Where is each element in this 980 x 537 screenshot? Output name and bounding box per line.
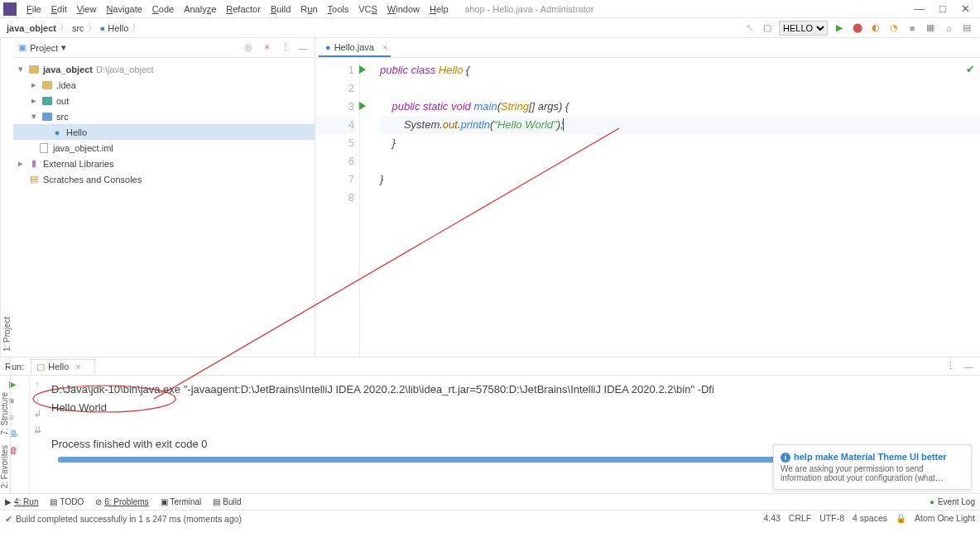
window-title: shop - Hello.java - Administrator bbox=[465, 4, 594, 14]
bt-run[interactable]: ▶ 4: Run bbox=[5, 497, 38, 506]
close-button[interactable]: ✕ bbox=[961, 2, 970, 15]
tree-external[interactable]: External Libraries bbox=[43, 159, 114, 169]
vcs-icon[interactable]: ▦ bbox=[924, 22, 937, 35]
main-area: 1: Project ▣ Project ▾ ◎ ✶ ⋮ — ▾java_obj… bbox=[0, 38, 980, 357]
run-line-icon[interactable] bbox=[359, 65, 366, 74]
app-logo bbox=[3, 2, 17, 16]
menu-analyze[interactable]: Analyze bbox=[179, 2, 221, 16]
project-title[interactable]: Project bbox=[30, 43, 58, 53]
tree-root[interactable]: java_object bbox=[43, 65, 93, 74]
status-crlf[interactable]: CRLF bbox=[789, 513, 811, 524]
coverage-button[interactable]: ◐ bbox=[869, 22, 882, 35]
tree-hello[interactable]: Hello bbox=[66, 127, 87, 137]
menu-tools[interactable]: Tools bbox=[323, 2, 354, 16]
expand-icon[interactable]: ✶ bbox=[260, 41, 273, 55]
bottom-tabs: ▶ 4: Run ▤ TODO ⊘ 6: Problems ▣ Terminal… bbox=[0, 493, 980, 510]
run-button[interactable]: ▶ bbox=[833, 22, 846, 35]
run-config-select[interactable]: HELLO bbox=[779, 21, 828, 36]
hide-icon[interactable]: — bbox=[296, 41, 310, 55]
run-tab[interactable]: ▢ Hello × bbox=[31, 359, 95, 374]
maximize-button[interactable]: □ bbox=[939, 2, 946, 15]
status-theme[interactable]: Atom One Light bbox=[915, 513, 975, 524]
status-message: Build completed successfully in 1 s 247 … bbox=[16, 514, 242, 524]
info-icon: i bbox=[781, 453, 790, 463]
close-tab-icon[interactable]: × bbox=[382, 43, 387, 52]
up-icon[interactable]: ↑ bbox=[35, 379, 40, 389]
settings-icon[interactable]: ▤ bbox=[960, 22, 973, 35]
tree-out[interactable]: out bbox=[56, 96, 69, 106]
rail-structure[interactable]: 7: Structure bbox=[0, 387, 10, 440]
project-panel: ▣ Project ▾ ◎ ✶ ⋮ — ▾java_objectD:\java_… bbox=[13, 38, 315, 357]
tree-idea[interactable]: .idea bbox=[56, 80, 76, 90]
editor-tab-hello[interactable]: ●Hello.java× bbox=[319, 39, 391, 57]
rail-favorites[interactable]: 2: Favorites bbox=[0, 440, 10, 493]
search-icon[interactable]: ⌕ bbox=[942, 22, 955, 35]
menu-navigate[interactable]: Navigate bbox=[101, 2, 147, 16]
back-icon[interactable]: ↖ bbox=[742, 22, 756, 35]
hide-icon[interactable]: — bbox=[962, 360, 975, 373]
menubar: File Edit View Navigate Code Analyze Ref… bbox=[0, 0, 980, 18]
menu-build[interactable]: Build bbox=[266, 2, 295, 16]
inspection-ok-icon: ✔ bbox=[966, 63, 975, 75]
status-enc[interactable]: UTF-8 bbox=[819, 513, 844, 524]
stop-button[interactable]: ■ bbox=[906, 22, 919, 35]
output-command: D:\Java\jdk-10\bin\java.exe "-javaagent:… bbox=[51, 381, 973, 399]
target-icon[interactable]: ◎ bbox=[242, 41, 255, 55]
minimize-button[interactable]: — bbox=[914, 2, 925, 15]
menu-run[interactable]: Run bbox=[295, 2, 322, 16]
notification[interactable]: ihelp make Material Theme UI better We a… bbox=[773, 444, 972, 490]
gutter[interactable]: 1 2 3 4 5 6 7 8 bbox=[315, 58, 360, 357]
left-rail: 7: Structure 2: Favorites bbox=[0, 357, 11, 493]
editor: ●Hello.java× ✔ 1 2 3 4 5 6 7 8 public cl… bbox=[315, 38, 980, 357]
crumb-file[interactable]: Hello bbox=[108, 23, 128, 33]
crumb-project[interactable]: java_object bbox=[7, 23, 56, 33]
scroll-icon[interactable]: ⇊ bbox=[34, 424, 41, 435]
menu-view[interactable]: View bbox=[72, 2, 102, 16]
tree-iml[interactable]: java_object.iml bbox=[53, 143, 113, 153]
output-hello: Hello World bbox=[51, 399, 973, 417]
wrap-icon[interactable]: ↲ bbox=[34, 409, 41, 420]
status-indent[interactable]: 4 spaces bbox=[853, 513, 887, 524]
bt-todo[interactable]: ▤ TODO bbox=[50, 497, 84, 506]
bt-terminal[interactable]: ▣ Terminal bbox=[161, 497, 202, 506]
box-icon[interactable]: ▢ bbox=[761, 22, 774, 35]
run-panel: Run: ▢ Hello × ⋮ — ▶ ■ ≡ 🖶 🗑 ↑ ↓ ↲ ⇊ D:\… bbox=[0, 357, 980, 493]
more-icon[interactable]: ⋮ bbox=[278, 41, 291, 55]
bt-problems[interactable]: ⊘ 6: Problems bbox=[95, 497, 148, 506]
tree-scratch[interactable]: Scratches and Consoles bbox=[43, 175, 142, 185]
statusbar: ✔ Build completed successfully in 1 s 24… bbox=[0, 510, 980, 526]
menu-code[interactable]: Code bbox=[147, 2, 179, 16]
bt-eventlog[interactable]: ● Event Log bbox=[930, 497, 975, 506]
profile-button[interactable]: ◔ bbox=[887, 22, 901, 35]
menu-refactor[interactable]: Refactor bbox=[221, 2, 266, 16]
menu-vcs[interactable]: VCS bbox=[353, 2, 382, 16]
down-icon[interactable]: ↓ bbox=[35, 394, 40, 404]
status-pos[interactable]: 4:43 bbox=[763, 513, 780, 524]
bt-build[interactable]: ▤ Build bbox=[213, 497, 241, 506]
menu-edit[interactable]: Edit bbox=[46, 2, 72, 16]
more-icon[interactable]: ⋮ bbox=[944, 360, 957, 373]
sidebar-tab-project[interactable]: 1: Project bbox=[0, 38, 13, 357]
lock-icon[interactable]: 🔒 bbox=[896, 513, 906, 524]
project-tree[interactable]: ▾java_objectD:\java_object ▸.idea ▸out ▾… bbox=[13, 58, 315, 357]
run-output[interactable]: D:\Java\jdk-10\bin\java.exe "-javaagent:… bbox=[45, 376, 980, 493]
menu-help[interactable]: Help bbox=[425, 2, 454, 16]
run-line-icon[interactable] bbox=[359, 102, 366, 110]
code-content[interactable]: public class Hello { public static void … bbox=[360, 58, 980, 357]
breadcrumb-bar: java_object 〉 src 〉 ● Hello 〉 ↖ ▢ HELLO … bbox=[0, 18, 980, 38]
menu-window[interactable]: Window bbox=[382, 2, 425, 16]
tree-src[interactable]: src bbox=[56, 112, 69, 122]
crumb-src[interactable]: src bbox=[72, 23, 84, 33]
debug-button[interactable]: ⬤ bbox=[851, 22, 864, 35]
menu-file[interactable]: File bbox=[22, 2, 46, 16]
